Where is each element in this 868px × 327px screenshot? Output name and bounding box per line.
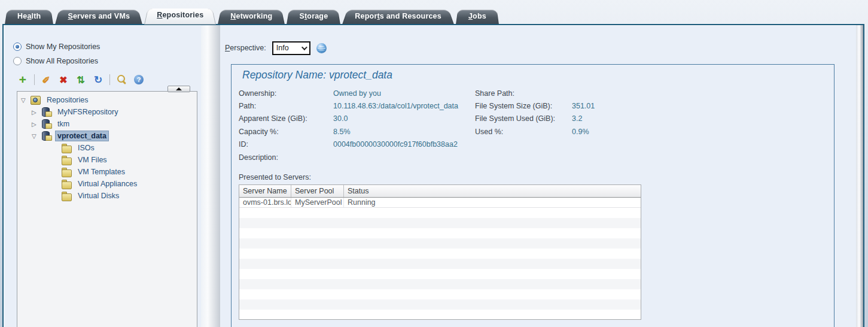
tab[interactable]: Repositories	[144, 7, 216, 25]
tree-item[interactable]: VM Templates	[17, 166, 197, 178]
perspective-select[interactable]: Info	[272, 41, 310, 55]
field-value: 8.5%	[333, 128, 475, 136]
tab-label: Reports and Resources	[355, 12, 441, 20]
help-icon[interactable]: ?	[134, 75, 144, 84]
radio-icon[interactable]	[13, 57, 22, 65]
field-label: Capacity %:	[239, 128, 333, 136]
tree-node-icon	[62, 191, 72, 201]
tree-node-icon	[62, 155, 72, 165]
field-label: Ownership:	[239, 89, 333, 98]
status-cell: Running	[344, 198, 641, 207]
repository-details-panel: Perspective: Info Repository Name: vprot…	[220, 25, 863, 327]
tab[interactable]: Health	[5, 8, 53, 25]
table-header-row: Server Name Server Pool Status	[239, 185, 641, 198]
repository-fields: Ownership:Owned by you Path:10.118.48.63…	[239, 87, 834, 164]
tab[interactable]: Jobs	[456, 8, 499, 25]
add-icon[interactable]: +	[17, 74, 29, 86]
repositories-tree: ▽ Repositories ▷ MyNFSRepository ▷ tkm	[17, 91, 197, 327]
info-globe-icon[interactable]	[316, 43, 327, 53]
table-row[interactable]: ovms-01.brs.local MyServerPool Running	[239, 198, 641, 208]
tab-label: Networking	[230, 12, 272, 20]
table-column-header[interactable]: Status	[344, 185, 641, 197]
server-pool-cell: MyServerPool	[291, 198, 344, 207]
tree-node-icon	[62, 143, 72, 153]
presented-to-servers-label: Presented to Servers:	[239, 173, 834, 181]
field-label: Share Path:	[475, 89, 572, 98]
present-unpresent-icon[interactable]: ⇅	[75, 74, 87, 86]
field-label: Apparent Size (GiB):	[239, 114, 333, 123]
tree-expander-icon[interactable]: ▷	[32, 109, 41, 116]
radio-option[interactable]: Show My Repositories	[13, 40, 199, 54]
radio-icon[interactable]	[13, 43, 22, 51]
top-tab-bar: Health Servers and VMs Repositories Netw…	[0, 0, 868, 25]
tree-item-label: Virtual Appliances	[76, 179, 139, 189]
tree-expander-icon[interactable]: ▷	[32, 121, 41, 128]
refresh-icon[interactable]: ↻	[92, 74, 104, 86]
main-content-frame: Show My Repositories Show All Repositori…	[2, 24, 864, 327]
tree-node-icon	[31, 95, 41, 105]
field-label: File System Used (GiB):	[475, 114, 572, 123]
radio-option[interactable]: Show All Repositories	[13, 54, 199, 68]
field-value: 10.118.48.63:/data/col1/vprotect_data	[333, 102, 475, 110]
collapse-up-triangle-icon	[176, 87, 182, 90]
tree-item[interactable]: VM Files	[17, 154, 197, 166]
repository-info-box: Repository Name: vprotect_data Ownership…	[231, 64, 835, 327]
fields-right-column: Share Path: File System Size (GiB):351.0…	[475, 87, 692, 164]
tree-item[interactable]: ISOs	[17, 142, 197, 154]
repositories-sidebar: Show My Repositories Show All Repositori…	[4, 25, 201, 327]
repository-filter-radios: Show My Repositories Show All Repositori…	[13, 40, 199, 68]
tree-item-label: ISOs	[76, 143, 96, 153]
chevron-down-icon	[301, 44, 307, 50]
presented-servers-table: Server Name Server Pool Status ovms-01.b…	[239, 184, 641, 320]
field-label: Used %:	[475, 128, 572, 136]
tab[interactable]: Reports and Resources	[342, 8, 454, 25]
table-body: ovms-01.brs.local MyServerPool Running	[239, 198, 641, 208]
tree-expander-icon[interactable]: ▽	[32, 133, 41, 140]
field-value: 30.0	[333, 114, 475, 123]
delete-icon[interactable]: ✖	[57, 74, 69, 86]
tab[interactable]: Networking	[218, 8, 285, 25]
tree-item-label: Virtual Disks	[76, 191, 121, 201]
tab[interactable]: Storage	[287, 8, 340, 25]
fields-left-column: Ownership:Owned by you Path:10.118.48.63…	[239, 87, 475, 164]
tab-label: Repositories	[157, 11, 203, 19]
tab-label: Servers and VMs	[68, 12, 130, 20]
field-label: Path:	[239, 102, 333, 110]
server-name-cell: ovms-01.brs.local	[239, 198, 291, 207]
tree-item-label: VM Files	[76, 155, 109, 165]
tree-expander-icon[interactable]: ▽	[21, 97, 31, 104]
tree-item-label: VM Templates	[76, 167, 127, 177]
field-label: Description:	[239, 153, 333, 162]
find-icon[interactable]	[115, 74, 127, 86]
table-column-header[interactable]: Server Name	[239, 185, 291, 197]
toolbar-divider	[109, 74, 110, 85]
edit-icon[interactable]: ✎	[40, 74, 52, 86]
tree-item[interactable]: Virtual Appliances	[17, 178, 197, 190]
repository-name-title: Repository Name: vprotect_data	[242, 69, 834, 81]
toolbar-divider	[34, 74, 35, 85]
tab[interactable]: Servers and VMs	[55, 8, 142, 25]
table-empty-area	[239, 208, 641, 319]
tree-node-icon	[62, 167, 72, 177]
panel-splitter[interactable]	[201, 25, 220, 327]
field-value: Owned by you	[333, 89, 475, 98]
tree-item-label: tkm	[56, 119, 71, 129]
field-value: 351.01	[572, 102, 692, 110]
table-column-header[interactable]: Server Pool	[291, 185, 344, 197]
field-label: ID:	[239, 140, 333, 149]
tree-item[interactable]: Virtual Disks	[17, 190, 197, 202]
tab-label: Jobs	[468, 12, 486, 20]
field-value: 0004fb0000030000fc917f60bfb38aa2	[333, 140, 475, 149]
tree-item[interactable]: ▽ Repositories	[17, 94, 197, 106]
vertical-scrollbar[interactable]	[856, 25, 863, 327]
tree-item-label: MyNFSRepository	[56, 107, 120, 117]
tree-item-label: vprotect_data	[56, 131, 108, 141]
collapse-panel-button[interactable]	[167, 86, 190, 92]
tree-item[interactable]: ▽ vprotect_data	[17, 130, 197, 142]
tree-item[interactable]: ▷ MyNFSRepository	[17, 106, 197, 118]
tree-node-icon	[41, 119, 52, 129]
tree-item[interactable]: ▷ tkm	[17, 118, 197, 130]
perspective-label: Perspective:	[225, 44, 266, 52]
perspective-row: Perspective: Info	[225, 41, 849, 55]
tree-item-label: Repositories	[45, 95, 90, 105]
